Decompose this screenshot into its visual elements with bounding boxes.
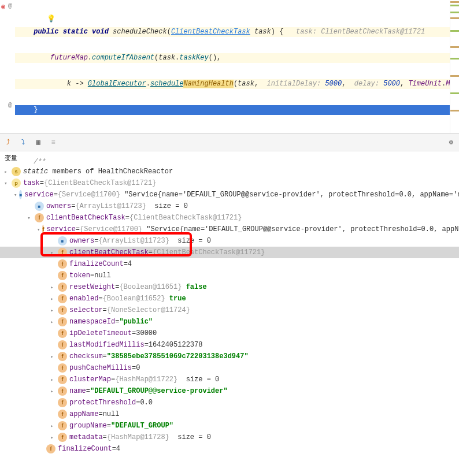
field-node-icon: f bbox=[58, 259, 67, 269]
chevron-right-icon[interactable] bbox=[49, 307, 55, 314]
toolbar-icon-1[interactable]: ⤴ bbox=[3, 138, 13, 147]
tree-row-owners[interactable]: owners = {ArrayList@11723} size = 0 bbox=[0, 200, 459, 212]
chevron-right-icon[interactable] bbox=[49, 377, 55, 383]
tree-row-task[interactable]: p task = {ClientBeatCheckTask@11721} bbox=[0, 177, 459, 189]
code-line-selected[interactable]: } bbox=[15, 105, 450, 115]
code-line[interactable]: k -> GlobalExecutor.scheduleNamingHealth… bbox=[15, 79, 450, 89]
tree-row-pushcache[interactable]: f pushCacheMillis = 0 bbox=[0, 362, 459, 374]
code-line[interactable]: futureMap.computeIfAbsent(task.taskKey()… bbox=[15, 53, 450, 63]
tree-row-resetweight[interactable]: f resetWeight = {Boolean@11651} false bbox=[0, 281, 459, 293]
chevron-right-icon[interactable] bbox=[49, 423, 55, 429]
chevron-down-icon[interactable] bbox=[25, 215, 32, 221]
chevron-right-icon[interactable] bbox=[2, 169, 9, 175]
field-node-icon: f bbox=[58, 282, 67, 292]
field-node-icon: f bbox=[58, 375, 67, 384]
tree-row-selector[interactable]: f selector = {NoneSelector@11724} bbox=[0, 304, 459, 316]
tree-row-namespaceid[interactable]: f namespaceId = "public" bbox=[0, 316, 459, 328]
code-line[interactable]: public static void scheduleCheck(ClientB… bbox=[15, 27, 450, 37]
type-link[interactable]: ClientBeatCheckTask bbox=[171, 28, 250, 36]
chevron-right-icon[interactable] bbox=[49, 388, 55, 395]
editor-pane: @ ◉ @ 💡 public static void scheduleCheck… bbox=[0, 0, 459, 134]
chevron-right-icon[interactable] bbox=[49, 354, 55, 360]
field-node-icon: f bbox=[58, 421, 67, 430]
chevron-right-icon[interactable] bbox=[49, 296, 55, 302]
field-node-icon: f bbox=[58, 363, 67, 373]
editor-minimap[interactable] bbox=[450, 0, 459, 133]
lightbulb-icon[interactable]: 💡 bbox=[47, 14, 55, 23]
field-node-icon: f bbox=[35, 213, 44, 222]
tree-row-ipdelete[interactable]: f ipDeleteTimeout = 30000 bbox=[0, 328, 459, 339]
tree-row-enabled[interactable]: f enabled = {Boolean@11652} true bbox=[0, 293, 459, 304]
tree-row-name[interactable]: f name = "DEFAULT_GROUP@@service-provide… bbox=[0, 385, 459, 397]
object-node-icon bbox=[19, 190, 22, 199]
chevron-right-icon[interactable] bbox=[49, 434, 55, 441]
tree-row-appname[interactable]: f appName = null bbox=[0, 408, 459, 420]
tree-row-protect[interactable]: f protectThreshold = 0.0 bbox=[0, 397, 459, 408]
type-link[interactable]: GlobalExecutor bbox=[88, 80, 146, 88]
code-line-blank bbox=[15, 131, 450, 141]
gutter-annotation-at: @ bbox=[8, 2, 12, 9]
tree-row-lastmod[interactable]: f lastModifiedMillis = 1642405122378 bbox=[0, 339, 459, 351]
tree-row-cbct[interactable]: f clientBeatCheckTask = {ClientBeatCheck… bbox=[0, 212, 459, 224]
gutter-annotation-at: @ bbox=[8, 102, 12, 109]
object-node-icon bbox=[35, 202, 44, 211]
tree-row-checksum[interactable]: f checksum = "38585ebe378551069c72203138… bbox=[0, 351, 459, 362]
param-node-icon: p bbox=[12, 178, 21, 188]
chevron-right-icon[interactable] bbox=[49, 319, 55, 325]
field-node-icon: f bbox=[58, 410, 67, 419]
editor-gutter: @ ◉ @ bbox=[0, 0, 15, 133]
tree-row-service2[interactable]: f service = {Service@11700} "Service{nam… bbox=[0, 224, 459, 235]
tree-row-owners2[interactable]: owners = {ArrayList@11723} size = 0 bbox=[0, 235, 459, 247]
field-node-icon: f bbox=[58, 248, 67, 257]
field-node-icon: f bbox=[58, 352, 67, 361]
tree-row-static[interactable]: s static members of HealthCheckReactor bbox=[0, 166, 459, 177]
toolbar-icon-4[interactable]: ≡ bbox=[49, 138, 58, 147]
tree-row-finalize[interactable]: f finalizeCount = 4 bbox=[0, 258, 459, 270]
field-node-icon: f bbox=[58, 294, 67, 303]
chevron-down-icon[interactable] bbox=[37, 226, 40, 233]
field-node-icon: f bbox=[58, 329, 67, 338]
object-node-icon bbox=[58, 236, 67, 246]
variables-tree[interactable]: s static members of HealthCheckReactor p… bbox=[0, 165, 459, 456]
tree-row-token[interactable]: f token = null bbox=[0, 270, 459, 281]
breakpoint-icon[interactable]: ◉ bbox=[1, 2, 5, 11]
tree-row-service[interactable]: service = {Service@11700} "Service{name=… bbox=[0, 189, 459, 200]
chevron-right-icon[interactable] bbox=[49, 284, 55, 291]
field-node-icon: f bbox=[58, 386, 67, 396]
field-node-icon: f bbox=[46, 444, 55, 453]
chevron-down-icon[interactable] bbox=[2, 180, 9, 187]
tree-row-cbct2-selected[interactable]: f clientBeatCheckTask = {ClientBeatCheck… bbox=[0, 247, 459, 258]
field-node-icon: f bbox=[58, 433, 67, 442]
tree-row-clustermap[interactable]: f clusterMap = {HashMap@11722} size = 0 bbox=[0, 374, 459, 385]
field-node-icon: f bbox=[42, 225, 44, 234]
tree-row-finalize2[interactable]: f finalizeCount = 4 bbox=[0, 443, 459, 455]
static-node-icon: s bbox=[12, 167, 21, 176]
field-node-icon: f bbox=[58, 306, 67, 315]
field-node-icon: f bbox=[58, 398, 67, 407]
chevron-down-icon[interactable] bbox=[14, 192, 17, 198]
tree-row-groupname[interactable]: f groupName = "DEFAULT_GROUP" bbox=[0, 420, 459, 432]
field-node-icon: f bbox=[58, 340, 67, 349]
chevron-right-icon[interactable] bbox=[49, 250, 55, 256]
code-area[interactable]: 💡 public static void scheduleCheck(Clien… bbox=[15, 0, 450, 133]
field-node-icon: f bbox=[58, 317, 67, 326]
tree-row-metadata[interactable]: f metadata = {HashMap@11728} size = 0 bbox=[0, 432, 459, 443]
field-node-icon: f bbox=[58, 271, 67, 280]
